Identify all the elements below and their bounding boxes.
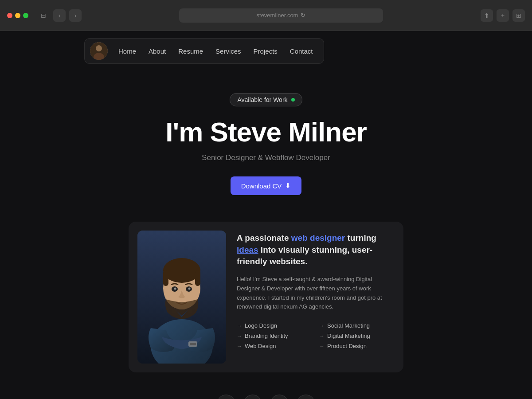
twitter-button[interactable] (244, 395, 262, 399)
nav-links: Home About Resume Services Projects Cont… (118, 47, 313, 55)
svg-point-7 (163, 258, 200, 283)
skill-product-design: → Product Design (319, 343, 395, 349)
social-links (0, 390, 532, 399)
highlight-ideas: ideas (237, 245, 258, 254)
skill-label: Product Design (327, 343, 367, 349)
address-bar[interactable]: stevemilner.com ↻ (179, 8, 383, 23)
available-text: Available for Work (237, 96, 287, 103)
nav-logo[interactable] (90, 42, 108, 60)
arrow-icon: → (319, 343, 325, 349)
highlight-web-designer: web designer (291, 233, 345, 243)
svg-rect-15 (190, 343, 196, 345)
website-content: Home About Resume Services Projects Cont… (0, 31, 532, 399)
skills-grid: → Logo Design → Social Marketing → Brand… (237, 322, 395, 349)
arrow-icon: → (319, 333, 325, 339)
skill-web-design: → Web Design (237, 343, 312, 349)
skill-label: Logo Design (245, 322, 277, 329)
skill-digital-marketing: → Digital Marketing (319, 332, 395, 339)
svg-point-1 (96, 45, 102, 51)
skill-branding-identity: → Branding Identity (237, 332, 312, 339)
browser-chrome: ⊟ ‹ › stevemilner.com ↻ ⬆ + ⊞ (0, 0, 532, 31)
available-dot (291, 98, 295, 102)
back-button[interactable]: ‹ (53, 9, 66, 22)
browser-actions: ⬆ + ⊞ (481, 9, 525, 22)
skill-label: Social Marketing (327, 322, 370, 329)
available-badge: Available for Work (230, 93, 302, 106)
about-bio: Hello! I'm Steve a self-taught & award-w… (237, 275, 395, 312)
sidebar-toggle[interactable]: ⊟ (37, 9, 50, 22)
skill-logo-design: → Logo Design (237, 322, 312, 329)
navbar: Home About Resume Services Projects Cont… (66, 31, 466, 71)
tab-overview-button[interactable]: ⊞ (512, 9, 525, 22)
browser-controls: ⊟ ‹ › (37, 9, 82, 22)
github-button[interactable] (297, 395, 315, 399)
arrow-icon: → (237, 343, 242, 349)
nav-services[interactable]: Services (215, 47, 241, 55)
maximize-button[interactable] (23, 13, 28, 18)
about-headline: A passionate web designer turning ideas … (237, 232, 395, 268)
skill-social-marketing: → Social Marketing (319, 322, 395, 329)
svg-point-12 (174, 288, 176, 290)
nav-about[interactable]: About (149, 47, 166, 55)
minimize-button[interactable] (15, 13, 20, 18)
download-icon: ⬇ (285, 182, 291, 190)
skill-label: Web Design (245, 343, 276, 349)
download-cv-button[interactable]: Download CV ⬇ (231, 176, 302, 195)
close-button[interactable] (7, 13, 12, 18)
forward-button[interactable]: › (69, 9, 82, 22)
avatar (90, 42, 108, 60)
linkedin-button[interactable] (270, 395, 288, 399)
arrow-icon: → (319, 323, 325, 329)
refresh-icon: ↻ (301, 12, 305, 19)
svg-point-13 (188, 288, 191, 290)
nav-home[interactable]: Home (118, 47, 136, 55)
download-cv-label: Download CV (241, 182, 282, 190)
skill-label: Digital Marketing (327, 332, 370, 339)
address-text: stevemilner.com (257, 12, 298, 19)
arrow-icon: → (237, 323, 242, 329)
nav-projects[interactable]: Projects (254, 47, 278, 55)
arrow-icon: → (237, 333, 242, 339)
nav-resume[interactable]: Resume (178, 47, 203, 55)
about-content: A passionate web designer turning ideas … (237, 231, 395, 349)
hero-section: Available for Work I'm Steve Milner Seni… (0, 71, 532, 213)
about-photo (137, 231, 226, 364)
traffic-lights (7, 13, 28, 18)
svg-rect-8 (163, 270, 168, 286)
facebook-button[interactable] (217, 395, 235, 399)
skill-label: Branding Identity (245, 332, 288, 339)
svg-rect-9 (195, 270, 200, 286)
nav-contact[interactable]: Contact (290, 47, 313, 55)
about-card: A passionate web designer turning ideas … (129, 222, 403, 372)
hero-subtitle: Senior Designer & Webflow Developer (9, 153, 523, 162)
new-tab-button[interactable]: + (497, 9, 509, 22)
hero-title: I'm Steve Milner (9, 117, 523, 147)
share-button[interactable]: ⬆ (481, 9, 493, 22)
